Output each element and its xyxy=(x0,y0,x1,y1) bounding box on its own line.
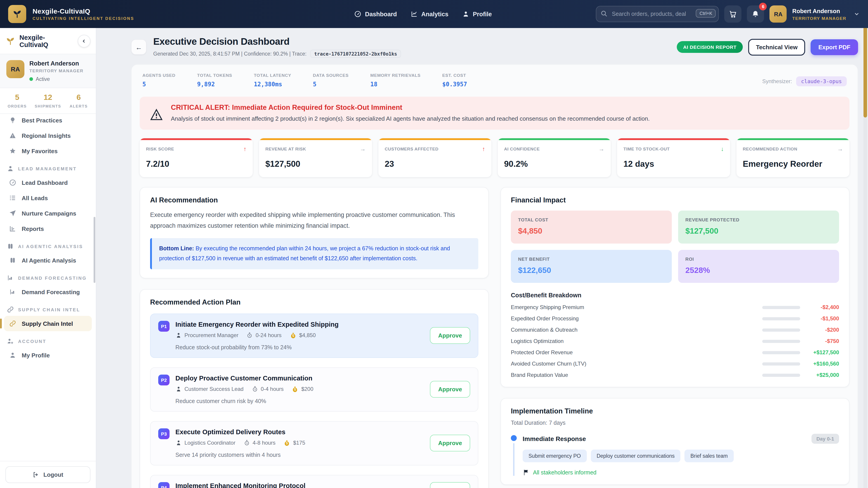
export-pdf-button[interactable]: Export PDF xyxy=(811,39,858,55)
run-stat-label: TOTAL LATENCY xyxy=(254,73,291,78)
right-column: Financial Impact TOTAL COST$4,850REVENUE… xyxy=(500,187,849,485)
sidebar-item-ai-agentic-analysis[interactable]: AI Agentic Analysis xyxy=(4,253,92,268)
technical-view-button[interactable]: Technical View xyxy=(748,39,805,55)
sidebar-item-label: Best Practices xyxy=(22,117,62,124)
user-avatar[interactable]: RA xyxy=(770,5,787,23)
sidebar-item-reports[interactable]: Reports xyxy=(4,221,92,236)
run-stat-est-cost: EST. COST$0.3957 xyxy=(442,73,467,88)
priority-badge: P4 xyxy=(158,482,169,488)
action-duration: 4-8 hours xyxy=(243,440,275,446)
breakdown-bar-track xyxy=(762,373,800,377)
sidebar-item-nurture-campaigns[interactable]: Nurture Campaigns xyxy=(4,205,92,221)
user-role: TERRITORY MANAGER xyxy=(29,68,84,73)
cost-benefit-rows: Emergency Shipping Premium-$2,400Expedit… xyxy=(511,304,839,378)
priority-badge: P2 xyxy=(158,375,169,385)
top-navbar: Nexgile-CultivaIQ CULTIVATING INTELLIGEN… xyxy=(0,0,868,28)
person-icon xyxy=(176,386,182,392)
chevron-down-icon[interactable] xyxy=(854,11,860,17)
page-scrollbar-thumb[interactable] xyxy=(864,28,867,118)
breakdown-label: Protected Order Revenue xyxy=(511,349,758,356)
metric-card-time-to-stock-out: TIME TO STOCK-OUT↓12 days xyxy=(617,138,730,177)
user-icon xyxy=(462,10,469,18)
run-stat-memory-retrievals: MEMORY RETRIEVALS18 xyxy=(370,73,421,88)
run-stat-label: AGENTS USED xyxy=(143,73,176,78)
priority-badge: P3 xyxy=(158,428,169,439)
sidebar-header: Nexgile-CultivaIQ xyxy=(0,28,96,54)
nav-item-dashboard[interactable]: Dashboard xyxy=(354,10,397,18)
warning-icon xyxy=(150,103,163,122)
phase-day-badge: Day 0-1 xyxy=(811,434,839,444)
run-stat-data-sources: DATA SOURCES5 xyxy=(313,73,348,88)
metric-card-recommended-action: RECOMMENDED ACTION→Emergency Reorder xyxy=(737,138,849,177)
sidebar-item-my-favorites[interactable]: My Favorites xyxy=(4,143,92,159)
sidebar-item-best-practices[interactable]: Best Practices xyxy=(4,112,92,128)
action-cost: $4,850 xyxy=(290,332,316,339)
sidebar-item-label: Nurture Campaigns xyxy=(22,210,76,217)
breakdown-title: Cost/Benefit Breakdown xyxy=(511,292,839,299)
approve-button[interactable]: Approve xyxy=(430,327,470,344)
card-title: Financial Impact xyxy=(511,196,839,204)
breakdown-amount: -$1,500 xyxy=(807,315,839,322)
sidebar-scrollbar[interactable] xyxy=(94,217,95,283)
two-column-layout: AI Recommendation Execute emergency reor… xyxy=(140,187,849,488)
sidebar-item-demand-forecasting[interactable]: Demand Forecasting xyxy=(4,284,92,300)
breakdown-bar-track xyxy=(762,351,800,354)
metric-value: $127,500 xyxy=(266,159,366,169)
timeline-phase: Immediate ResponseDay 0-1Submit emergenc… xyxy=(511,434,839,476)
sidebar-item-label: Demand Forecasting xyxy=(22,289,80,295)
back-arrow-icon: ← xyxy=(135,43,142,51)
metric-value: 7.2/10 xyxy=(146,159,246,169)
action-plan-item-p2: P2Deploy Proactive Customer Communicatio… xyxy=(150,367,478,412)
logout-icon xyxy=(33,471,39,478)
stat-value: 5 xyxy=(2,93,33,102)
sidebar-section-supply-chain-intel: SUPPLY CHAIN INTEL xyxy=(4,300,92,316)
user-info[interactable]: Robert Anderson TERRITORY MANAGER xyxy=(792,7,846,21)
milestone-label: All stakeholders informed xyxy=(533,469,596,476)
notifications-button[interactable]: 6 xyxy=(747,5,764,23)
trend-arrow-icon: → xyxy=(360,145,366,152)
breakdown-label: Logistics Optimization xyxy=(511,338,758,344)
trend-arrow-icon: ↓ xyxy=(721,145,724,152)
synthesizer-model-chip: claude-3-opus xyxy=(796,76,847,86)
approve-button[interactable]: Approve xyxy=(430,381,470,398)
approve-button[interactable]: Approve xyxy=(430,482,470,488)
financial-tiles: TOTAL COST$4,850REVENUE PROTECTED$127,50… xyxy=(511,210,839,283)
sidebar-section-lead-management: LEAD MANAGEMENT xyxy=(4,159,92,175)
sidebar-item-my-profile[interactable]: My Profile xyxy=(4,348,92,363)
action-duration: 0-4 hours xyxy=(252,386,283,392)
nav-item-profile[interactable]: Profile xyxy=(462,10,492,18)
logout-button[interactable]: Logout xyxy=(5,466,90,483)
breakdown-amount: +$160,560 xyxy=(807,361,839,367)
action-plan-list: P1Initiate Emergency Reorder with Expedi… xyxy=(150,314,478,488)
avatar: RA xyxy=(6,60,24,78)
report-container: AGENTS USED5TOTAL TOKENS9,892TOTAL LATEN… xyxy=(131,64,858,488)
generated-meta: Generated Dec 30, 2025, 8:41:57 PM | Con… xyxy=(153,51,307,57)
cart-button[interactable] xyxy=(724,5,742,23)
cost-benefit-row: Expedited Order Processing-$1,500 xyxy=(511,315,839,322)
page-meta: Generated Dec 30, 2025, 8:41:57 PM | Con… xyxy=(153,50,401,58)
approve-button[interactable]: Approve xyxy=(430,435,470,452)
action-owner: Procurement Manager xyxy=(176,332,239,339)
sidebar-item-all-leads[interactable]: All Leads xyxy=(4,190,92,205)
section-label: AI AGENTIC ANALYSIS xyxy=(18,244,83,249)
sidebar-collapse-button[interactable] xyxy=(78,35,90,47)
financial-tile-roi: ROI2528% xyxy=(678,250,839,283)
action-owner: Logistics Coordinator xyxy=(176,440,235,446)
nav-item-analytics[interactable]: Analytics xyxy=(410,10,448,18)
back-button[interactable]: ← xyxy=(131,39,147,55)
breakdown-bar-track xyxy=(762,317,800,320)
action-plan-item-p1: P1Initiate Emergency Reorder with Expedi… xyxy=(150,314,478,358)
financial-tile-revenue-protected: REVENUE PROTECTED$127,500 xyxy=(678,210,839,243)
link-icon xyxy=(9,320,16,327)
nav-item-label: Analytics xyxy=(421,11,448,18)
metric-value: Emergency Reorder xyxy=(743,159,843,169)
sidebar-item-regional-insights[interactable]: Regional Insights xyxy=(4,128,92,143)
sidebar-item-supply-chain-intel[interactable]: Supply Chain Intel xyxy=(4,316,92,331)
trend-arrow-icon: → xyxy=(598,145,604,152)
user-icon xyxy=(9,352,16,359)
metric-cards-row: RISK SCORE↑7.2/10REVENUE AT RISK→$127,50… xyxy=(140,138,849,177)
action-cost: $200 xyxy=(292,386,313,393)
metric-label: RISK SCORE xyxy=(146,147,174,151)
metric-card-revenue-at-risk: REVENUE AT RISK→$127,500 xyxy=(259,138,372,177)
sidebar-item-lead-dashboard[interactable]: Lead Dashboard xyxy=(4,175,92,190)
